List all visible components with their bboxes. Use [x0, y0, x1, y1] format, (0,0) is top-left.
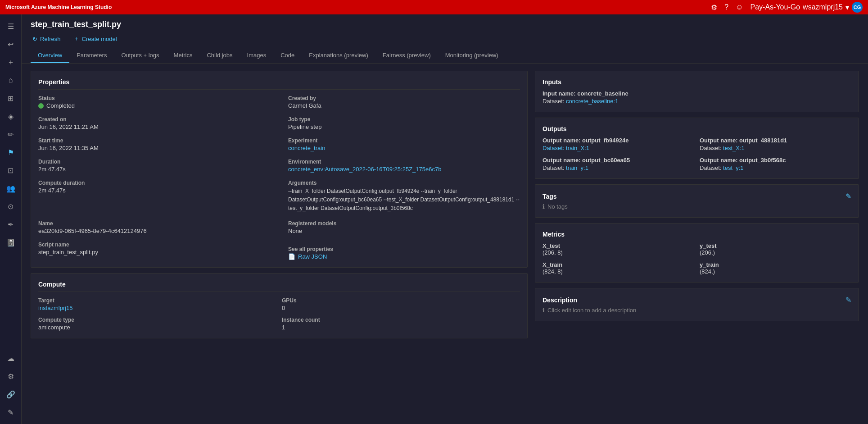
body-content: Properties Status Completed Creat [22, 64, 868, 424]
tab-overview[interactable]: Overview [31, 48, 69, 63]
outputs-card: Outputs Output name: output_fb94924e Dat… [535, 118, 859, 179]
environment-link[interactable]: concrete_env:Autosave_2022-06-16T09:25:2… [288, 166, 520, 173]
title-bar-right: ⚙ ? ☺ Pay-As-You-Go wsazmlprj15 ▾ CG [711, 2, 863, 13]
sidebar-icon-settings[interactable]: ⚙ [3, 368, 19, 384]
feedback-icon[interactable]: ☺ [736, 3, 743, 11]
output-link-1[interactable]: test_X:1 [723, 145, 745, 151]
sidebar-icon-edit[interactable]: ✎ [3, 404, 19, 420]
sidebar-icon-models[interactable]: ◈ [3, 108, 19, 124]
right-panel: Inputs Input name: concrete_baseline Dat… [535, 71, 859, 417]
status-label: Status [38, 95, 270, 101]
sidebar-icon-compute[interactable]: ⊙ [3, 198, 19, 214]
sidebar-icon-flag[interactable]: ⚑ [3, 144, 19, 160]
tab-parameters[interactable]: Parameters [69, 48, 114, 63]
prop-arguments: Arguments --train_X_folder DatasetOutput… [288, 180, 520, 213]
tab-child-jobs[interactable]: Child jobs [199, 48, 240, 63]
app-title: Microsoft Azure Machine Learning Studio [5, 4, 112, 10]
prop-experiment: Experiment concrete_train [288, 137, 520, 151]
sidebar-icon-back[interactable]: ↩ [3, 36, 19, 52]
compute-gpus: GPUs 0 [282, 297, 520, 311]
sidebar-icon-link[interactable]: 🔗 [3, 386, 19, 402]
page-header: step_train_test_split.py ↻ Refresh ＋ Cre… [22, 14, 868, 64]
metrics-card: Metrics X_test (206, 8) y_test (206,) X_… [535, 223, 859, 283]
edit-description-button[interactable]: ✎ [845, 296, 851, 304]
metrics-grid: X_test (206, 8) y_test (206,) X_train (8… [542, 242, 851, 275]
chevron-down-icon[interactable]: ▾ [845, 3, 849, 12]
prop-start-time: Start time Jun 16, 2022 11:35 AM [38, 137, 270, 151]
sidebar-icon-people[interactable]: 👥 [3, 180, 19, 196]
outputs-grid: Output name: output_fb94924e Dataset: tr… [542, 137, 851, 171]
prop-status: Status Completed [38, 95, 270, 109]
tab-fairness[interactable]: Fairness (preview) [375, 48, 438, 63]
compute-grid: Target instazmlprj15 GPUs 0 Compute type… [38, 297, 520, 331]
raw-json-button[interactable]: 📄 Raw JSON [288, 253, 520, 260]
tab-outputs-logs[interactable]: Outputs + logs [114, 48, 166, 63]
prop-job-type: Job type Pipeline step [288, 116, 520, 130]
output-item-0: Output name: output_fb94924e Dataset: tr… [542, 137, 694, 151]
prop-registered-models: Registered models None [288, 220, 520, 234]
output-item-3: Output name: output_3b0f568c Dataset: te… [700, 157, 851, 171]
plus-icon: ＋ [73, 35, 79, 43]
create-model-button[interactable]: ＋ Create model [72, 34, 119, 44]
tab-monitoring[interactable]: Monitoring (preview) [438, 48, 506, 63]
description-card: Description ✎ ℹ Click edit icon to add a… [535, 288, 859, 321]
sidebar-icon-grid[interactable]: ⊡ [3, 162, 19, 178]
compute-type: Compute type amlcompute [38, 317, 276, 331]
page-title: step_train_test_split.py [31, 20, 859, 29]
input-dataset: Dataset: concrete_baseline:1 [542, 98, 851, 105]
output-link-0[interactable]: train_X:1 [566, 145, 589, 151]
left-panel: Properties Status Completed Creat [31, 71, 528, 417]
metric-y-train: y_train (824,) [700, 261, 851, 275]
refresh-button[interactable]: ↻ Refresh [31, 34, 63, 44]
tags-card: Tags ✎ ℹ No tags [535, 184, 859, 218]
output-item-2: Output name: output_bc60ea65 Dataset: tr… [542, 157, 694, 171]
metric-x-train: X_train (824, 8) [542, 261, 694, 275]
tab-explanations[interactable]: Explanations (preview) [302, 48, 375, 63]
compute-instance-count: Instance count 1 [282, 317, 520, 331]
info-icon: ℹ [542, 203, 545, 210]
sidebar-icon-home[interactable]: ⌂ [3, 72, 19, 88]
tab-metrics[interactable]: Metrics [167, 48, 200, 63]
app-layout: ☰ ↩ ＋ ⌂ ⊞ ◈ ✏ ⚑ ⊡ 👥 ⊙ ✒ 📓 ☁ ⚙ 🔗 ✎ step_t… [0, 14, 868, 424]
sidebar: ☰ ↩ ＋ ⌂ ⊞ ◈ ✏ ⚑ ⊡ 👥 ⊙ ✒ 📓 ☁ ⚙ 🔗 ✎ [0, 14, 22, 424]
properties-card: Properties Status Completed Creat [31, 71, 528, 268]
properties-grid: Status Completed Created by Carmel Gafa [38, 95, 520, 260]
prop-environment: Environment concrete_env:Autosave_2022-0… [288, 159, 520, 173]
sidebar-icon-menu[interactable]: ☰ [3, 18, 19, 34]
sidebar-icon-create[interactable]: ＋ [3, 54, 19, 70]
description-hint: ℹ Click edit icon to add a description [542, 307, 851, 314]
account-info[interactable]: Pay-As-You-Go wsazmlprj15 ▾ CG [750, 2, 863, 13]
experiment-link[interactable]: concrete_train [288, 145, 520, 151]
compute-title: Compute [38, 281, 520, 292]
output-link-3[interactable]: test_y:1 [723, 164, 744, 171]
properties-title: Properties [38, 78, 520, 90]
output-link-2[interactable]: train_y:1 [566, 164, 588, 171]
sidebar-icon-pen[interactable]: ✒ [3, 216, 19, 233]
refresh-icon: ↻ [32, 36, 37, 42]
sidebar-icon-notebook[interactable]: 📓 [3, 234, 19, 251]
metric-x-test: X_test (206, 8) [542, 242, 694, 256]
avatar[interactable]: CG [852, 2, 863, 13]
metric-y-test: y_test (206,) [700, 242, 851, 256]
tab-code[interactable]: Code [273, 48, 302, 63]
content-area: step_train_test_split.py ↻ Refresh ＋ Cre… [22, 14, 868, 424]
edit-tags-button[interactable]: ✎ [845, 192, 851, 201]
settings-icon[interactable]: ⚙ [711, 3, 717, 12]
prop-created-by: Created by Carmel Gafa [288, 95, 520, 109]
document-icon: 📄 [288, 253, 295, 260]
prop-compute-duration: Compute duration 2m 47.47s [38, 180, 270, 213]
outputs-title: Outputs [542, 125, 851, 132]
help-icon[interactable]: ? [724, 3, 728, 11]
sidebar-icon-datasets[interactable]: ⊞ [3, 90, 19, 106]
no-tags: ℹ No tags [542, 203, 851, 210]
inputs-title: Inputs [542, 78, 851, 86]
status-dot-icon [38, 103, 44, 109]
tab-images[interactable]: Images [240, 48, 274, 63]
compute-target-link[interactable]: instazmlprj15 [38, 305, 276, 311]
prop-duration: Duration 2m 47.47s [38, 159, 270, 173]
prop-script-name: Script name step_train_test_split.py [38, 242, 270, 260]
sidebar-icon-cloud[interactable]: ☁ [3, 350, 19, 366]
status-value: Completed [38, 102, 270, 109]
sidebar-icon-labeling[interactable]: ✏ [3, 126, 19, 142]
input-dataset-link[interactable]: concrete_baseline:1 [566, 98, 618, 105]
